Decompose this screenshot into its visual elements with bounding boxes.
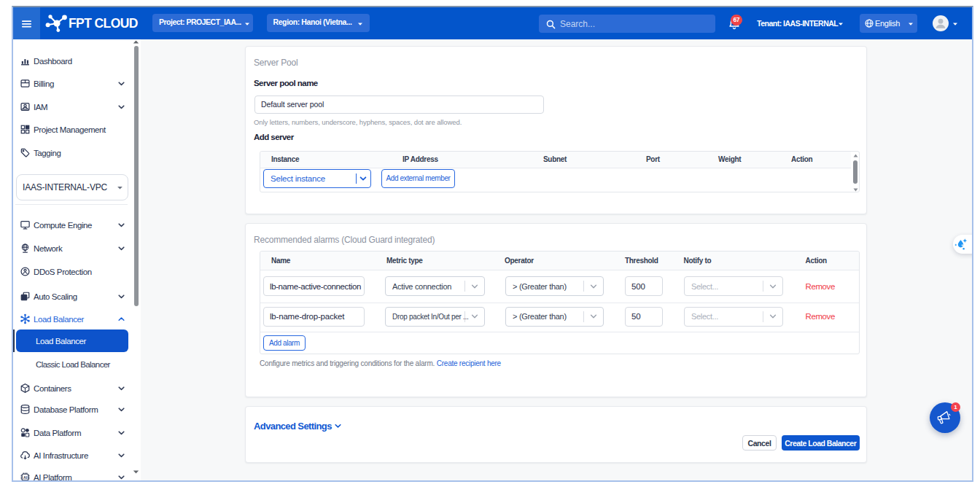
svg-text:AI: AI xyxy=(23,475,28,480)
